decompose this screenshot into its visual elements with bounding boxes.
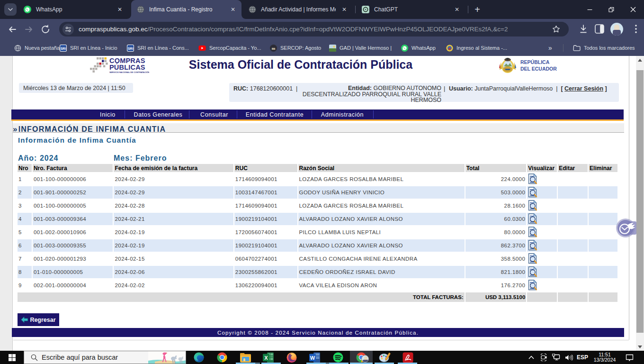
svg-text:SRi: SRi [128,46,134,50]
svg-text:W: W [310,355,315,361]
svg-text:REPÚBLICA: REPÚBLICA [520,59,550,65]
svg-text:DEL ECUADOR: DEL ECUADOR [520,66,557,72]
svg-text:SRi: SRi [61,46,66,50]
svg-text:X: X [264,355,268,361]
svg-text:m: m [272,46,276,51]
